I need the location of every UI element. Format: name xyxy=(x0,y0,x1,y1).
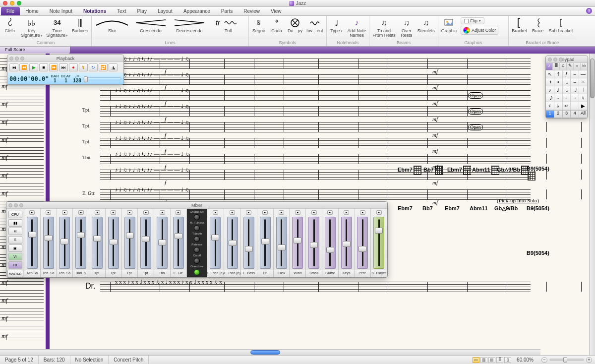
track-arm-button[interactable]: ▸ xyxy=(46,210,51,215)
keypad-tab-3[interactable]: ♫ xyxy=(560,63,567,70)
add-note-names-button[interactable]: ♪Add Note Names xyxy=(348,17,366,38)
panel-zoom-button[interactable] xyxy=(559,58,563,61)
keypad-cell[interactable]: ↖ xyxy=(546,70,554,78)
fader-knob[interactable] xyxy=(310,242,318,248)
fader[interactable] xyxy=(173,217,184,269)
window-close-button[interactable] xyxy=(3,1,7,5)
flip-button[interactable]: Flip▾ xyxy=(461,17,484,24)
keypad-tab-6[interactable]: ♭♭ xyxy=(581,63,588,70)
live-playback-button[interactable]: ↻ xyxy=(89,63,98,71)
track-arm-button[interactable]: ▸ xyxy=(311,210,317,215)
keypad-tab-4[interactable]: ✎ xyxy=(567,63,574,70)
keypad-cell[interactable]: ƒ xyxy=(563,70,571,78)
tab-layout[interactable]: Layout xyxy=(152,7,178,15)
playback-titlebar[interactable]: Playback xyxy=(7,55,123,62)
stemlets-button[interactable]: ♫Stemlets xyxy=(417,17,435,33)
mixer-track[interactable]: ▸S. Player xyxy=(371,209,387,277)
keypad-cell[interactable]: 𝄀 xyxy=(579,86,588,94)
vertical-scrollbar[interactable] xyxy=(589,54,595,355)
voice-4-button[interactable]: 4 xyxy=(571,110,579,118)
fader[interactable] xyxy=(108,217,119,269)
tempo-slider[interactable] xyxy=(83,77,121,80)
panel-close-button[interactable] xyxy=(9,57,13,61)
replay-button[interactable]: 🔁 xyxy=(99,63,108,71)
track-arm-button[interactable]: ▸ xyxy=(279,210,284,215)
crescendo-button[interactable]: Crescendo xyxy=(133,17,168,33)
zoom-slider[interactable] xyxy=(549,359,584,361)
track-arm-button[interactable]: ▸ xyxy=(327,210,333,215)
keypad-cell[interactable]: ↩ xyxy=(563,102,571,110)
tab-review[interactable]: Review xyxy=(238,7,265,15)
zoom-in-button[interactable]: + xyxy=(586,357,592,363)
mixer-track[interactable]: ▸E. Gtr. xyxy=(171,209,187,277)
fader-knob[interactable] xyxy=(175,233,182,239)
mixer-track[interactable]: ▸Alto Sa xyxy=(24,209,41,277)
mixer-track[interactable]: ▸Bari. S xyxy=(73,209,89,277)
keypad-cell[interactable]: ♯ xyxy=(546,102,554,110)
slider-knob[interactable] xyxy=(84,76,88,82)
staff[interactable]: fmf♪ ♩ ♫ ♪ ♩ ♫ 𝄽 ♩ ♪♪ — — — — ♩ ♫ xyxy=(100,57,531,70)
view-mode-spread[interactable]: ▤ xyxy=(488,357,495,363)
bracket-button[interactable]: Bracket xyxy=(512,17,527,33)
keypad-cell[interactable]: ♮ xyxy=(579,94,588,102)
meter-toggle[interactable]: ▮▮ xyxy=(8,219,22,227)
window-minimize-button[interactable] xyxy=(10,1,14,5)
fader[interactable] xyxy=(75,217,86,269)
voice-3-button[interactable]: 3 xyxy=(563,110,571,118)
decrescendo-button[interactable]: Decrescendo xyxy=(172,17,207,33)
mixer-track[interactable]: ▸Ten. Sa xyxy=(57,209,73,277)
mixer-track[interactable]: ▸Click xyxy=(274,209,290,277)
slur-button[interactable]: Slur xyxy=(95,17,129,33)
keypad-titlebar[interactable]: Keypad xyxy=(546,56,588,63)
mixer-track[interactable]: ▸Tpt. xyxy=(89,209,106,277)
keypad-cell[interactable]: 𝅘𝅥 xyxy=(563,86,571,94)
keypad-cell[interactable]: ▶ xyxy=(579,102,588,110)
fx-knob[interactable] xyxy=(194,236,200,242)
track-arm-button[interactable]: ▸ xyxy=(176,210,181,215)
fader-knob[interactable] xyxy=(278,244,286,250)
fader-knob[interactable] xyxy=(93,236,101,242)
keypad-cell[interactable]: ·· xyxy=(571,94,579,102)
fader-knob[interactable] xyxy=(158,240,166,245)
fader-knob[interactable] xyxy=(211,235,219,241)
keypad-cell[interactable]: ⇡ xyxy=(554,70,563,78)
live-tempo-button[interactable]: ↯ xyxy=(79,63,88,71)
fader-knob[interactable] xyxy=(110,239,118,245)
show-hide-button[interactable]: ▣ xyxy=(8,244,22,252)
panel-min-button[interactable] xyxy=(15,57,19,61)
mixer-track[interactable]: ▸Tpt. xyxy=(122,209,138,277)
keypad-cell[interactable]: ♭ xyxy=(554,102,563,110)
keypad-tab-1[interactable]: ♪ xyxy=(546,63,553,70)
panel-zoom-button[interactable] xyxy=(20,57,24,61)
fader-knob[interactable] xyxy=(245,246,253,252)
mixer-track[interactable]: ▸Brass xyxy=(306,209,322,277)
fader[interactable] xyxy=(227,217,238,269)
track-arm-button[interactable]: ▸ xyxy=(376,210,382,215)
fader-knob[interactable] xyxy=(358,246,366,252)
staff[interactable]: Tbn.fmf♪ ♩ ♫ ♪ ♩ ♫ 𝄽 ♩ ♪♪ — — — — ♩ ♫ xyxy=(100,152,531,166)
mixer-track[interactable]: ▸Tpt. xyxy=(138,209,154,277)
staff[interactable]: Tpt.fmf♪ ♩ ♫ ♪ ♩ ♫ 𝄽 ♩ ♪♪ — — — — ♩ ♫ xyxy=(100,104,531,118)
keypad-tab-5[interactable]: 𝆗 xyxy=(574,63,581,70)
fader-knob[interactable] xyxy=(229,240,237,246)
status-bars[interactable]: Bars: 120 xyxy=(39,356,70,364)
window-zoom-button[interactable] xyxy=(17,1,21,5)
key-signature-button[interactable]: ♭♭ Key Signature xyxy=(21,17,43,38)
barline-button[interactable]: Barline xyxy=(72,17,88,33)
fader-knob[interactable] xyxy=(326,247,334,253)
play-button[interactable]: ▶ xyxy=(29,63,38,71)
staff[interactable]: Tpt.fmf♪ ♩ ♫ ♪ ♩ ♫ 𝄽 ♩ ♪♪ — — — — ♩ ♫ xyxy=(100,120,531,134)
playback-panel[interactable]: Playback ⏮ ⏪ ▶ ■ ⏩ ⏭ ● ↯ ↻ 🔁 ◮ 00:00'00.… xyxy=(7,55,124,85)
fader[interactable] xyxy=(373,217,384,269)
fader[interactable] xyxy=(140,217,151,269)
panel-min-button[interactable] xyxy=(553,58,557,61)
fader[interactable] xyxy=(260,217,271,269)
fader[interactable] xyxy=(357,217,368,269)
panel-zoom-button[interactable] xyxy=(19,203,23,207)
graphic-button[interactable]: Graphic xyxy=(441,17,457,33)
fader-knob[interactable] xyxy=(294,238,301,243)
panel-close-button[interactable] xyxy=(548,58,552,61)
keypad-cell[interactable]: 𝅗 xyxy=(563,78,571,86)
tab-text[interactable]: Text xyxy=(112,7,131,15)
notehead-type-button[interactable]: ♩Type xyxy=(330,17,344,33)
